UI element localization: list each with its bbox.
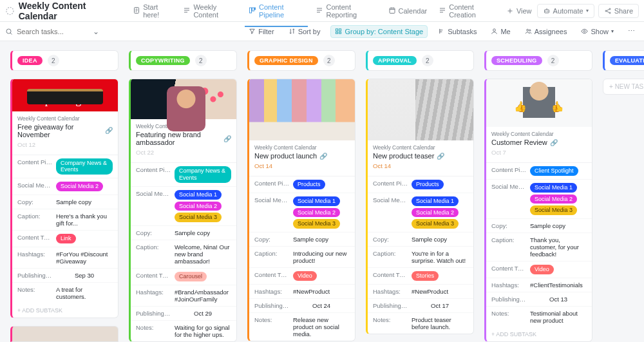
add-view-button[interactable]: View (501, 3, 537, 19)
share-button[interactable]: Share (598, 4, 639, 18)
next-card-peek[interactable] (10, 326, 118, 342)
subtasks-button[interactable]: Subtasks (434, 26, 480, 37)
card-fields: Content Pillar: Company News & Events So… (12, 155, 118, 303)
column-header[interactable]: COPYWRITING 2 (129, 50, 237, 71)
card-fields: Content Pillar: Products Social Media...… (249, 176, 355, 341)
card-fields: Content Pillar: Company News & Events So… (131, 162, 236, 341)
field-label: Copy: (17, 198, 52, 205)
task-card[interactable]: Weekly Content Calendar New product laun… (247, 79, 355, 341)
copy-value: Sample copy (530, 222, 587, 229)
social-chip: Social Media 2 (175, 202, 222, 211)
tab-content-creation[interactable]: Content Creation (433, 0, 501, 23)
card-title-text: Featuring new brand ambassador (136, 131, 221, 146)
automate-button[interactable]: Automate ▾ (537, 4, 594, 18)
page-title: Weekly Content Calendar (19, 1, 118, 21)
app-icon (5, 6, 15, 16)
column-idea: IDEA 2 Special gift Weekly Content Calen… (10, 50, 118, 342)
field-label: Social Media... (254, 196, 289, 204)
column-header[interactable]: APPROVAL 2 (366, 50, 474, 71)
column-header[interactable]: GRAPHIC DESIGN 2 (247, 50, 355, 71)
new-task-button[interactable]: + NEW TASK (603, 79, 644, 95)
svg-point-17 (493, 29, 496, 32)
share-icon (604, 7, 612, 15)
field-label: Content Type: (491, 265, 526, 272)
search-caret[interactable]: ⌄ (93, 27, 99, 36)
caption-value: Here's a thank you gift for... (56, 213, 113, 227)
svg-point-18 (526, 29, 528, 31)
field-label: Hashtags: (254, 288, 289, 295)
ctype-chip: Carousel (175, 272, 207, 281)
social-chip: Social Media 2 (56, 182, 103, 191)
group-icon (335, 28, 342, 35)
more-button[interactable]: ⋯ (624, 25, 639, 37)
field-label: Social Media... (491, 183, 526, 190)
field-label: Hashtags: (136, 289, 171, 296)
svg-rect-2 (249, 8, 251, 13)
tab-content-pipeline[interactable]: Content Pipeline (243, 0, 309, 23)
svg-point-12 (6, 29, 11, 33)
social-chip: Social Media 1 (293, 196, 340, 206)
card-image (486, 79, 592, 127)
task-card[interactable]: Special gift Weekly Content Calendar Fre… (10, 79, 118, 318)
filter-button[interactable]: Filter (245, 26, 278, 37)
card-title: Free giveaway for November 🔗 (17, 123, 113, 138)
social-chip: Social Media 1 (175, 190, 222, 200)
hashtags-value: #NewProduct (412, 288, 468, 295)
social-chip: Social Media 2 (412, 208, 459, 218)
link-icon: 🔗 (550, 139, 558, 146)
social-chip: Social Media 3 (293, 219, 340, 229)
svg-rect-5 (390, 8, 395, 13)
tab-label: Weekly Content (193, 3, 237, 19)
field-label: Notes: (373, 316, 408, 323)
card-date: Oct 14 (254, 162, 350, 169)
tab-content-reporting[interactable]: Content Reporting (310, 0, 381, 23)
stage-pill: IDEA (17, 56, 43, 65)
assignees-button[interactable]: Assignees (521, 26, 571, 37)
person-icon (491, 28, 498, 35)
social-chip: Social Media 1 (530, 183, 577, 193)
publishing-value: Oct 17 (412, 302, 468, 309)
doc-icon (133, 6, 140, 15)
social-chip: Social Media 3 (530, 205, 577, 215)
link-icon: 🔗 (437, 153, 444, 160)
me-button[interactable]: Me (487, 26, 514, 37)
copy-value: Sample copy (56, 198, 113, 205)
field-label: Content Pillar: (254, 180, 289, 187)
svg-rect-3 (252, 8, 254, 11)
chevron-down-icon: ▾ (586, 8, 589, 14)
task-card[interactable]: Weekly Content Calendar Customer Review … (484, 79, 592, 342)
search-input[interactable] (15, 27, 86, 36)
card-date: Oct 14 (373, 162, 468, 169)
field-label: Copy: (491, 222, 526, 229)
sort-button[interactable]: Sort by (285, 26, 325, 37)
card-fields: Content Pillar: Products Social Media...… (368, 176, 473, 334)
views-tabs: Start here! Weekly Content Content Pipel… (128, 0, 501, 23)
add-subtask-button[interactable]: + ADD SUBTASK (12, 303, 118, 318)
show-button[interactable]: Show ▾ (577, 26, 618, 37)
social-chip: Social Media 3 (412, 219, 459, 229)
field-label: Content Type: (254, 271, 289, 278)
tab-weekly-content[interactable]: Weekly Content (178, 0, 242, 23)
caption-value: You're in for a surprise. Watch out! (412, 250, 468, 264)
me-label: Me (500, 28, 510, 35)
tab-start-here-[interactable]: Start here! (128, 0, 176, 23)
task-card[interactable]: Weekly Content Calendar New product teas… (366, 79, 474, 334)
field-label: Social Media... (17, 182, 52, 189)
link-icon: 🔗 (223, 135, 231, 142)
svg-rect-15 (336, 32, 338, 33)
notes-value: Testimonial about new product (530, 310, 587, 324)
ctype-chip: Link (56, 234, 76, 243)
column-header[interactable]: IDEA 2 (10, 50, 118, 71)
column-header[interactable]: SCHEDULING 2 (484, 50, 592, 71)
column-header[interactable]: EVALUATION 0 (603, 50, 644, 71)
stage-pill: APPROVAL (373, 56, 417, 65)
tab-calendar[interactable]: Calendar (383, 3, 433, 19)
publishing-value: Sep 30 (56, 272, 113, 279)
field-label: Publishing D... (491, 296, 526, 303)
search-wrap[interactable] (5, 27, 86, 36)
list-icon (439, 6, 446, 15)
add-subtask-button[interactable]: + ADD SUBTASK (486, 327, 592, 341)
group-by-button[interactable]: Group by: Content Stage (330, 25, 428, 38)
field-label: Publishing D... (373, 302, 408, 309)
task-card[interactable]: Weekly Content Calendar Featuring new br… (129, 79, 237, 342)
